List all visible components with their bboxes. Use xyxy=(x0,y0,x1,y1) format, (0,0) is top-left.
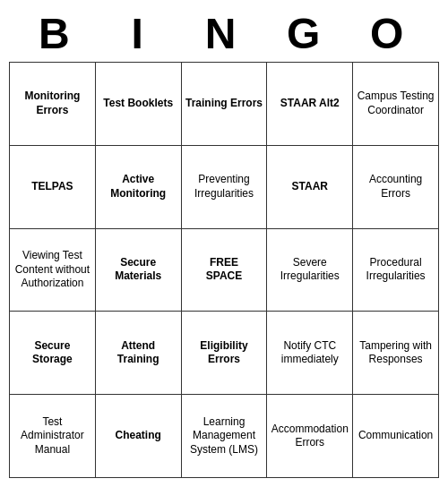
bingo-cell-3-3: Notify CTC immediately xyxy=(267,312,353,395)
title-b: B xyxy=(16,9,99,58)
bingo-grid: Monitoring ErrorsTest BookletsTraining E… xyxy=(9,62,439,478)
bingo-cell-4-3: Accommodation Errors xyxy=(267,395,353,478)
bingo-cell-0-4: Campus Testing Coordinator xyxy=(353,63,439,146)
bingo-cell-4-4: Communication xyxy=(353,395,439,478)
bingo-cell-0-0: Monitoring Errors xyxy=(10,63,96,146)
bingo-title: B I N G O xyxy=(9,9,439,58)
bingo-cell-1-3: STAAR xyxy=(267,145,353,228)
bingo-cell-4-0: Test Administrator Manual xyxy=(10,395,96,478)
bingo-cell-1-4: Accounting Errors xyxy=(353,145,439,228)
title-o: O xyxy=(349,9,432,58)
bingo-cell-1-1: Active Monitoring xyxy=(95,145,181,228)
bingo-cell-2-1: Secure Materials xyxy=(95,228,181,312)
bingo-cell-2-0: Viewing Test Content without Authorizati… xyxy=(10,228,96,312)
bingo-cell-0-2: Training Errors xyxy=(181,63,267,146)
bingo-cell-3-0: Secure Storage xyxy=(10,312,96,395)
bingo-cell-2-2: FREESPACE xyxy=(181,228,267,312)
bingo-cell-3-4: Tampering with Responses xyxy=(353,312,439,395)
bingo-cell-3-1: Attend Training xyxy=(95,312,181,395)
bingo-cell-1-2: Preventing Irregularities xyxy=(181,145,267,228)
bingo-cell-0-3: STAAR Alt2 xyxy=(267,63,353,146)
bingo-cell-4-2: Learning Management System (LMS) xyxy=(181,395,267,478)
title-n: N xyxy=(183,9,266,58)
bingo-cell-3-2: Eligibility Errors xyxy=(181,312,267,395)
bingo-cell-1-0: TELPAS xyxy=(10,145,96,228)
bingo-cell-2-4: Procedural Irregularities xyxy=(353,228,439,312)
title-g: G xyxy=(265,9,349,58)
bingo-cell-2-3: Severe Irregularities xyxy=(267,228,353,312)
bingo-cell-0-1: Test Booklets xyxy=(95,63,181,146)
title-i: I xyxy=(99,9,183,58)
bingo-cell-4-1: Cheating xyxy=(95,395,181,478)
